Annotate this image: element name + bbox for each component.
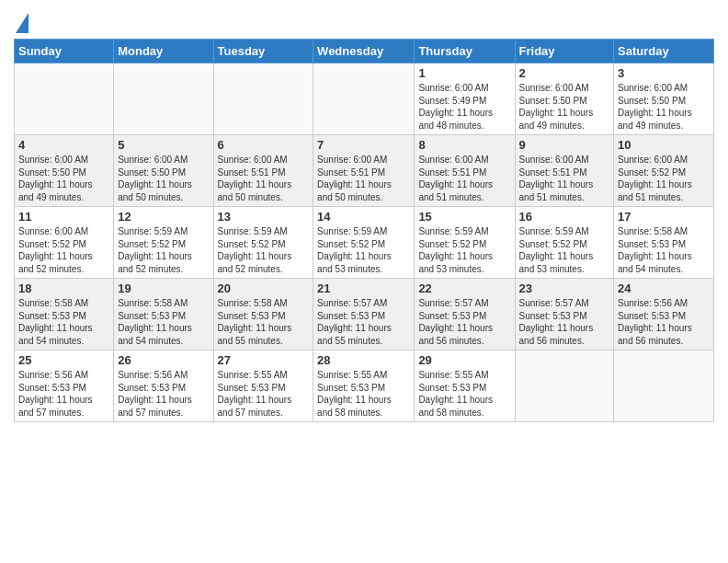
day-info: Sunrise: 5:59 AM Sunset: 5:52 PM Dayligh… [118, 225, 209, 275]
day-info: Sunrise: 5:59 AM Sunset: 5:52 PM Dayligh… [418, 225, 510, 275]
day-number: 19 [118, 282, 209, 295]
day-number: 29 [418, 353, 510, 367]
weekday-header: Friday [515, 40, 614, 63]
calendar-cell: 20Sunrise: 5:58 AM Sunset: 5:53 PM Dayli… [213, 279, 313, 350]
calendar-cell: 19Sunrise: 5:58 AM Sunset: 5:53 PM Dayli… [114, 279, 213, 350]
day-number: 11 [18, 210, 109, 224]
calendar-cell: 15Sunrise: 5:59 AM Sunset: 5:52 PM Dayli… [415, 207, 515, 279]
calendar-week-row: 18Sunrise: 5:58 AM Sunset: 5:53 PM Dayli… [15, 279, 714, 350]
day-number: 5 [118, 138, 209, 152]
day-number: 16 [519, 210, 610, 224]
calendar-cell: 29Sunrise: 5:55 AM Sunset: 5:53 PM Dayli… [415, 350, 515, 422]
day-info: Sunrise: 6:00 AM Sunset: 5:51 PM Dayligh… [418, 154, 510, 203]
calendar-week-row: 1Sunrise: 6:00 AM Sunset: 5:49 PM Daylig… [15, 63, 714, 135]
calendar-cell: 2Sunrise: 6:00 AM Sunset: 5:50 PM Daylig… [515, 63, 614, 135]
calendar-cell: 5Sunrise: 6:00 AM Sunset: 5:50 PM Daylig… [114, 135, 213, 207]
day-info: Sunrise: 6:00 AM Sunset: 5:50 PM Dayligh… [519, 82, 610, 132]
calendar-cell [15, 63, 114, 135]
weekday-header: Thursday [415, 40, 515, 63]
day-number: 14 [317, 210, 410, 224]
calendar-cell: 9Sunrise: 6:00 AM Sunset: 5:51 PM Daylig… [515, 135, 614, 207]
day-info: Sunrise: 5:55 AM Sunset: 5:53 PM Dayligh… [218, 369, 310, 419]
calendar-cell: 26Sunrise: 5:56 AM Sunset: 5:53 PM Dayli… [114, 350, 213, 422]
day-info: Sunrise: 6:00 AM Sunset: 5:50 PM Dayligh… [18, 154, 109, 203]
calendar-cell: 6Sunrise: 6:00 AM Sunset: 5:51 PM Daylig… [213, 135, 313, 207]
calendar-cell: 25Sunrise: 5:56 AM Sunset: 5:53 PM Dayli… [15, 350, 114, 422]
calendar-week-row: 4Sunrise: 6:00 AM Sunset: 5:50 PM Daylig… [15, 135, 714, 207]
day-number: 22 [418, 282, 510, 295]
day-info: Sunrise: 5:57 AM Sunset: 5:53 PM Dayligh… [317, 297, 410, 347]
calendar-cell: 1Sunrise: 6:00 AM Sunset: 5:49 PM Daylig… [415, 63, 515, 135]
calendar-cell: 24Sunrise: 5:56 AM Sunset: 5:53 PM Dayli… [614, 279, 714, 350]
day-number: 6 [218, 138, 310, 152]
day-number: 25 [18, 353, 109, 367]
day-info: Sunrise: 5:56 AM Sunset: 5:53 PM Dayligh… [18, 369, 109, 419]
weekday-header: Saturday [614, 40, 714, 63]
calendar-cell [213, 63, 313, 135]
calendar-cell: 18Sunrise: 5:58 AM Sunset: 5:53 PM Dayli… [15, 279, 114, 350]
day-number: 9 [519, 138, 610, 152]
day-number: 27 [218, 353, 310, 367]
calendar-cell: 4Sunrise: 6:00 AM Sunset: 5:50 PM Daylig… [15, 135, 114, 207]
calendar-week-row: 11Sunrise: 6:00 AM Sunset: 5:52 PM Dayli… [15, 207, 714, 279]
weekday-header: Sunday [15, 40, 114, 63]
day-number: 8 [418, 138, 510, 152]
day-info: Sunrise: 6:00 AM Sunset: 5:49 PM Dayligh… [418, 82, 510, 132]
calendar-cell: 11Sunrise: 6:00 AM Sunset: 5:52 PM Dayli… [15, 207, 114, 279]
day-info: Sunrise: 5:58 AM Sunset: 5:53 PM Dayligh… [118, 297, 209, 347]
day-info: Sunrise: 5:59 AM Sunset: 5:52 PM Dayligh… [519, 225, 610, 275]
day-number: 18 [18, 282, 109, 295]
day-number: 26 [118, 353, 209, 367]
calendar-cell [515, 350, 614, 422]
weekday-header: Tuesday [213, 40, 313, 63]
weekday-header: Wednesday [313, 40, 415, 63]
day-info: Sunrise: 6:00 AM Sunset: 5:50 PM Dayligh… [118, 154, 209, 203]
calendar-cell: 21Sunrise: 5:57 AM Sunset: 5:53 PM Dayli… [313, 279, 415, 350]
logo [14, 17, 28, 33]
day-info: Sunrise: 5:57 AM Sunset: 5:53 PM Dayligh… [519, 297, 610, 347]
day-number: 4 [18, 138, 109, 152]
day-info: Sunrise: 6:00 AM Sunset: 5:52 PM Dayligh… [618, 154, 710, 203]
day-number: 21 [317, 282, 410, 295]
calendar-cell: 3Sunrise: 6:00 AM Sunset: 5:50 PM Daylig… [614, 63, 714, 135]
day-number: 15 [418, 210, 510, 224]
day-info: Sunrise: 6:00 AM Sunset: 5:51 PM Dayligh… [317, 154, 410, 203]
day-number: 1 [418, 66, 510, 80]
calendar-table: SundayMondayTuesdayWednesdayThursdayFrid… [14, 39, 714, 422]
day-info: Sunrise: 5:58 AM Sunset: 5:53 PM Dayligh… [618, 225, 710, 275]
calendar-cell: 12Sunrise: 5:59 AM Sunset: 5:52 PM Dayli… [114, 207, 213, 279]
day-info: Sunrise: 5:58 AM Sunset: 5:53 PM Dayligh… [18, 297, 109, 347]
day-info: Sunrise: 5:57 AM Sunset: 5:53 PM Dayligh… [418, 297, 510, 347]
calendar-cell: 17Sunrise: 5:58 AM Sunset: 5:53 PM Dayli… [614, 207, 714, 279]
calendar-cell: 10Sunrise: 6:00 AM Sunset: 5:52 PM Dayli… [614, 135, 714, 207]
calendar-cell [614, 350, 714, 422]
calendar-cell [114, 63, 213, 135]
day-number: 2 [519, 66, 610, 80]
day-number: 28 [317, 353, 410, 367]
day-number: 3 [618, 66, 710, 80]
calendar-cell: 7Sunrise: 6:00 AM Sunset: 5:51 PM Daylig… [313, 135, 415, 207]
day-number: 23 [519, 282, 610, 295]
day-info: Sunrise: 5:59 AM Sunset: 5:52 PM Dayligh… [317, 225, 410, 275]
day-number: 7 [317, 138, 410, 152]
calendar-cell: 14Sunrise: 5:59 AM Sunset: 5:52 PM Dayli… [313, 207, 415, 279]
day-number: 24 [618, 282, 710, 295]
calendar-cell: 27Sunrise: 5:55 AM Sunset: 5:53 PM Dayli… [213, 350, 313, 422]
weekday-header: Monday [114, 40, 213, 63]
day-number: 20 [218, 282, 310, 295]
day-number: 10 [618, 138, 710, 152]
calendar-cell: 16Sunrise: 5:59 AM Sunset: 5:52 PM Dayli… [515, 207, 614, 279]
day-number: 13 [218, 210, 310, 224]
day-info: Sunrise: 5:56 AM Sunset: 5:53 PM Dayligh… [118, 369, 209, 419]
day-info: Sunrise: 6:00 AM Sunset: 5:51 PM Dayligh… [218, 154, 310, 203]
day-info: Sunrise: 5:55 AM Sunset: 5:53 PM Dayligh… [418, 369, 510, 419]
calendar-cell: 23Sunrise: 5:57 AM Sunset: 5:53 PM Dayli… [515, 279, 614, 350]
calendar-cell [313, 63, 415, 135]
day-info: Sunrise: 6:00 AM Sunset: 5:50 PM Dayligh… [618, 82, 710, 132]
day-info: Sunrise: 6:00 AM Sunset: 5:51 PM Dayligh… [519, 154, 610, 203]
day-number: 12 [118, 210, 209, 224]
calendar-week-row: 25Sunrise: 5:56 AM Sunset: 5:53 PM Dayli… [15, 350, 714, 422]
day-info: Sunrise: 6:00 AM Sunset: 5:52 PM Dayligh… [18, 225, 109, 275]
calendar-cell: 8Sunrise: 6:00 AM Sunset: 5:51 PM Daylig… [415, 135, 515, 207]
calendar-header-row: SundayMondayTuesdayWednesdayThursdayFrid… [15, 40, 714, 63]
